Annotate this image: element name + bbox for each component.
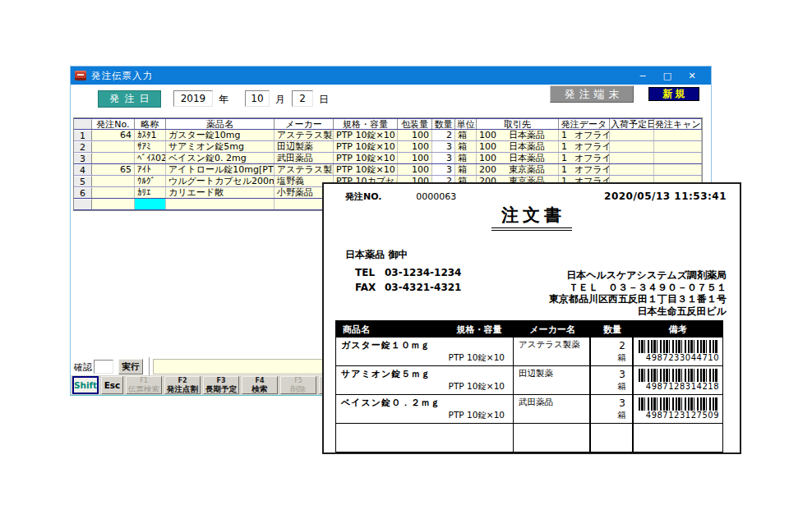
cancel-cell[interactable] [654,141,702,152]
qty-cell[interactable]: 3 [432,164,455,175]
unit-cell[interactable]: 箱 [455,130,477,140]
fkey-button[interactable]: F4 検索 [242,376,278,394]
spec-cell[interactable]: PTP 10錠×10 [334,141,398,152]
confirm-input[interactable] [94,360,113,374]
fkey-button[interactable]: F3 長期予定 [203,376,239,394]
order-no-cell[interactable]: 64 [92,130,135,140]
unit-cell[interactable]: 箱 [455,153,477,163]
order-date-month-input[interactable]: 10 [245,90,270,107]
execute-button[interactable]: 実行 [118,359,143,374]
table-row: 3 ﾍﾞｲｽ02 ベイスン錠0. 2mg 武田薬品 PTP 10錠×10 100… [74,153,702,164]
drug-name-cell[interactable] [166,199,275,209]
unit-cell[interactable]: 箱 [455,141,477,152]
row-number-cell[interactable]: 4 [74,164,92,175]
order-no-cell[interactable] [92,199,135,209]
cancel-cell[interactable] [654,130,702,140]
qty-cell[interactable]: 2 [432,130,455,140]
abbr-cell[interactable]: ﾍﾞｲｽ02 [135,153,166,163]
doc-item-name: ベイスン錠０．２ｍｇ [341,397,441,409]
order-no-cell[interactable] [92,153,135,163]
fkey-button[interactable]: F5 削除 [280,376,316,394]
doc-item-maker [514,424,591,452]
drug-name-cell[interactable]: ベイスン錠0. 2mg [166,153,275,163]
order-data-cell[interactable]: 1 オフライン [559,141,610,152]
new-button[interactable]: 新規 [648,87,699,101]
row-number-cell[interactable]: 6 [74,187,92,198]
maker-cell[interactable]: 武田薬品 [275,153,334,163]
row-number-cell[interactable] [74,199,92,209]
abbr-cell[interactable] [135,199,166,209]
spec-cell[interactable]: PTP 10錠×10 [334,130,398,140]
fkey-button[interactable]: F1 伝票検索 [126,376,162,394]
qty-cell[interactable]: 3 [432,153,455,163]
abbr-cell[interactable]: ｱｲﾄ [135,164,166,175]
row-number-cell[interactable]: 3 [74,153,92,163]
doc-item-unit: 箱 [618,410,627,421]
arrival-date-cell[interactable] [610,141,654,152]
pharmacy-name: 日本ヘルスケアシステムズ調剤薬局 [549,269,727,282]
maker-cell[interactable]: アステラス製薬 [275,130,334,140]
spec-cell[interactable]: PTP 10錠×10 [334,153,398,163]
order-date-year-input[interactable]: 2019 [173,90,213,107]
barcode-number: 4987123127509 [634,411,722,420]
doc-fax-value: 03-4321-4321 [385,280,461,295]
titlebar[interactable]: 発注伝票入力 ─ □ ✕ [71,67,711,85]
order-data-value: オフライン [574,141,610,152]
order-no-cell[interactable] [92,176,135,186]
arrival-date-cell[interactable] [610,164,654,175]
order-no-cell[interactable] [92,141,135,152]
fkey-button[interactable]: F2 発注点割 [164,376,201,394]
vendor-cell[interactable]: 100 日本薬品 [477,141,559,152]
close-icon[interactable]: ✕ [680,67,704,85]
pack-qty-cell[interactable]: 100 [398,141,432,152]
doc-item-row: ガスター錠１０ｍｇ PTP 10錠×10 アステラス製薬 2 箱 4987233… [335,338,723,366]
col-vendor-header: 取引先 [477,119,559,129]
arrival-date-cell[interactable] [610,130,654,140]
maker-cell[interactable]: 田辺製薬 [275,141,334,152]
row-number-cell[interactable]: 1 [74,130,92,140]
doc-item-row: ベイスン錠０．２ｍｇ PTP 10錠×10 武田薬品 3 箱 498712312… [335,395,723,424]
drug-name-cell[interactable]: カリエード散 [166,187,275,198]
pack-qty-cell[interactable]: 100 [398,130,432,140]
order-no-cell[interactable] [92,187,135,198]
unit-cell[interactable]: 箱 [455,164,477,175]
esc-key-button[interactable]: Esc [101,376,123,394]
order-data-cell[interactable]: 1 オフライン [559,153,610,163]
minimize-icon[interactable]: ─ [630,67,655,85]
spec-cell[interactable]: PTP 10錠×10 [334,164,398,175]
order-data-cell[interactable]: 1 オフライン [559,164,610,175]
order-form-document: 発注NO. 0000063 2020/05/13 11:53:41 注文書 日本… [322,182,741,454]
vendor-code: 200 [479,164,509,175]
vendor-cell[interactable]: 100 日本薬品 [477,130,559,140]
abbr-cell[interactable]: ｳﾙｸﾞ [135,176,166,186]
order-date-day-input[interactable]: 2 [292,90,313,107]
shift-key-button[interactable]: Shift [72,376,99,394]
abbr-cell[interactable]: ｶﾘｴ [135,187,166,198]
drug-name-cell[interactable]: ウルグートカプセル200mg [166,176,275,186]
doc-fax-label: FAX [355,280,385,295]
order-terminal-button[interactable]: 発注端末 [550,85,634,103]
abbr-cell[interactable]: ｻｱﾐ [135,141,166,152]
maximize-icon[interactable]: □ [655,67,680,85]
drug-name-cell[interactable]: サアミオン錠5mg [166,141,275,152]
order-no-cell[interactable]: 65 [92,164,135,175]
row-number-cell[interactable]: 5 [74,176,92,186]
col-qty-header: 数量 [432,119,455,129]
pack-qty-cell[interactable]: 100 [398,164,432,175]
maker-cell[interactable]: アステラス製薬 [275,164,334,175]
order-data-cell[interactable]: 1 オフライン [559,130,610,140]
vendor-cell[interactable]: 200 東京薬品 [477,164,559,175]
row-number-cell[interactable]: 2 [74,141,92,152]
arrival-date-cell[interactable] [610,153,654,163]
doc-item-name: サアミオン錠５ｍｇ [341,368,431,380]
pack-qty-cell[interactable]: 100 [398,153,432,163]
abbr-cell[interactable]: ｶｽﾀ1 [135,130,166,140]
vendor-cell[interactable]: 100 日本薬品 [477,153,559,163]
drug-name-cell[interactable]: ガスター錠10mg [166,130,275,140]
vendor-name: 日本薬品 [509,130,556,140]
cancel-cell[interactable] [654,153,702,163]
fkey-label: 発注点割 [167,385,198,393]
qty-cell[interactable]: 3 [432,141,455,152]
drug-name-cell[interactable]: アイトロール錠10mg[PTP] [166,164,275,175]
cancel-cell[interactable] [654,164,702,175]
